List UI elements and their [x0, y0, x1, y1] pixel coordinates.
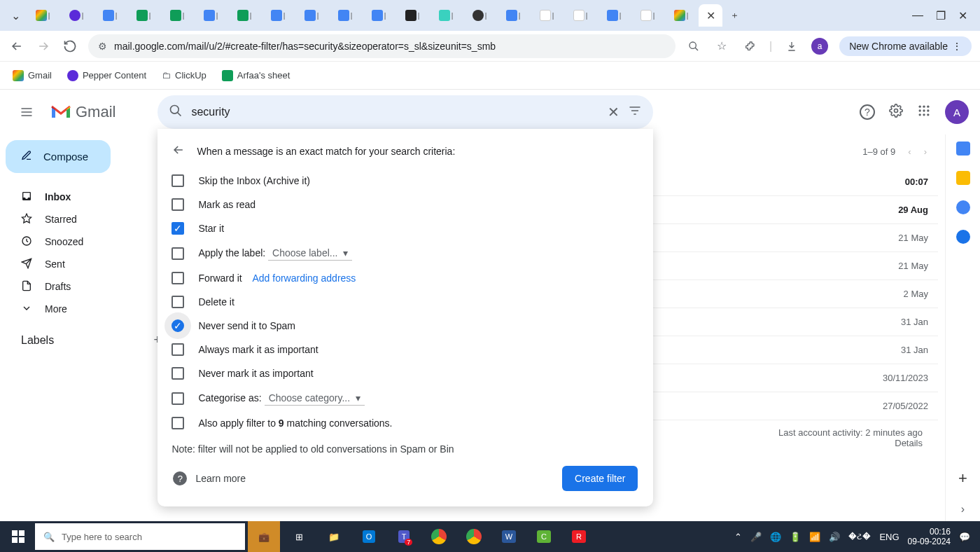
tab[interactable]: |	[363, 4, 395, 27]
add-panel-icon[interactable]: +	[958, 469, 967, 488]
tb-app-chrome[interactable]	[423, 521, 455, 552]
search-icon[interactable]	[169, 104, 183, 120]
tray-globe-icon[interactable]: 🌐	[770, 532, 781, 542]
bookmark-item[interactable]: Pepper Content	[67, 70, 146, 81]
pager-prev-icon[interactable]: ‹	[908, 146, 911, 157]
tab[interactable]: |	[564, 4, 596, 27]
reload-button[interactable]	[62, 38, 78, 55]
clear-search-icon[interactable]: ✕	[608, 104, 620, 120]
contacts-icon[interactable]	[956, 230, 970, 244]
tab[interactable]: |	[598, 4, 630, 27]
filter-checkbox[interactable]	[172, 296, 184, 308]
tab[interactable]: |	[27, 4, 59, 27]
back-button[interactable]	[8, 38, 25, 55]
tray-sync-icon[interactable]: �ટ�	[848, 531, 871, 542]
back-arrow-icon[interactable]	[172, 143, 186, 159]
calendar-icon[interactable]	[956, 142, 970, 156]
tab[interactable]: |	[531, 4, 563, 27]
site-info-icon[interactable]: ⚙	[98, 41, 107, 52]
tab[interactable]: |	[60, 4, 92, 27]
tb-app-teams[interactable]: T7	[388, 521, 420, 552]
tab[interactable]: |	[295, 4, 328, 27]
pager-next-icon[interactable]: ›	[924, 146, 927, 157]
tab[interactable]: |	[430, 4, 462, 27]
search-box[interactable]: ✕	[158, 95, 653, 129]
learn-more-link[interactable]: ? Learn more	[173, 471, 246, 485]
filter-checkbox[interactable]	[172, 174, 184, 187]
forward-button[interactable]	[35, 38, 52, 55]
sidebar-item-more[interactable]: More	[6, 298, 174, 320]
tab[interactable]: |	[262, 4, 294, 27]
tray-notifications-icon[interactable]: 💬	[959, 532, 970, 542]
tab[interactable]: |	[665, 4, 697, 27]
collapse-panel-icon[interactable]: ›	[961, 503, 965, 516]
filter-checkbox[interactable]	[172, 272, 184, 284]
filter-checkbox[interactable]: ✓	[172, 319, 184, 332]
filter-dropdown[interactable]: Choose category... ▾	[265, 391, 365, 406]
tab[interactable]: |	[228, 4, 260, 27]
close-window-icon[interactable]: ✕	[958, 9, 967, 22]
tray-wifi-icon[interactable]: 📶	[809, 532, 820, 542]
filter-checkbox[interactable]	[172, 247, 184, 260]
bookmark-item[interactable]: Gmail	[13, 70, 52, 81]
new-tab-button[interactable]: ＋	[724, 4, 745, 27]
sidebar-item-inbox[interactable]: Inbox5	[6, 186, 174, 208]
zoom-icon[interactable]	[685, 38, 702, 55]
filter-checkbox[interactable]	[172, 198, 184, 211]
add-forwarding-link[interactable]: Add forwarding address	[252, 272, 356, 284]
keep-icon[interactable]	[956, 171, 970, 185]
tab[interactable]: |	[463, 4, 496, 27]
minimize-icon[interactable]: —	[912, 9, 923, 22]
search-options-icon[interactable]	[628, 104, 642, 120]
tb-app-outlook[interactable]: O	[353, 521, 385, 552]
tb-app-files[interactable]: 📁	[318, 521, 350, 552]
tab[interactable]: |	[497, 4, 529, 27]
filter-checkbox-also-apply[interactable]	[172, 417, 184, 429]
filter-checkbox[interactable]	[172, 343, 184, 356]
compose-button[interactable]: Compose	[6, 140, 111, 173]
account-avatar[interactable]: A	[945, 100, 969, 124]
tb-app-chrome2[interactable]	[458, 521, 490, 552]
tab[interactable]: |	[396, 4, 428, 27]
bookmark-item[interactable]: Arfaa's sheet	[222, 70, 290, 81]
filter-dropdown[interactable]: Choose label... ▾	[268, 246, 352, 261]
apps-grid-icon[interactable]	[917, 104, 931, 120]
support-icon[interactable]: ?	[860, 104, 875, 120]
tray-clock[interactable]: 00:16 09-09-2024	[908, 527, 951, 547]
tray-battery-icon[interactable]: 🔋	[790, 532, 801, 542]
settings-icon[interactable]	[889, 104, 903, 120]
tray-volume-icon[interactable]: 🔊	[829, 532, 840, 542]
maximize-icon[interactable]: ❐	[936, 9, 946, 22]
tab[interactable]: |	[127, 4, 160, 27]
sidebar-item-snoozed[interactable]: Snoozed	[6, 230, 174, 253]
tab[interactable]: |	[195, 4, 227, 27]
tab[interactable]: |	[161, 4, 193, 27]
filter-checkbox[interactable]	[172, 392, 184, 405]
filter-checkbox[interactable]: ✓	[172, 222, 184, 235]
url-field[interactable]: ⚙ mail.google.com/mail/u/2/#create-filte…	[88, 34, 676, 58]
tasks-icon[interactable]	[956, 200, 970, 214]
tab[interactable]: |	[631, 4, 664, 27]
tab[interactable]: |	[94, 4, 126, 27]
tab-active[interactable]: ✕	[699, 4, 722, 27]
tray-language[interactable]: ENG	[879, 532, 899, 542]
sidebar-item-starred[interactable]: Starred	[6, 208, 174, 230]
tb-app-camtasia[interactable]: C	[528, 521, 560, 552]
profile-avatar-icon[interactable]: a	[811, 38, 828, 55]
tray-mic-icon[interactable]: 🎤	[750, 532, 762, 542]
close-icon[interactable]: ✕	[706, 9, 715, 22]
tab-search-dropdown[interactable]: ⌄	[6, 9, 25, 22]
tab[interactable]: |	[329, 4, 361, 27]
tb-app-taskview[interactable]: ⊞	[283, 521, 315, 552]
chrome-update-button[interactable]: New Chrome available ⋮	[839, 36, 972, 56]
tb-app-word[interactable]: W	[493, 521, 525, 552]
create-filter-button[interactable]: Create filter	[562, 466, 638, 491]
bookmark-item[interactable]: 🗀ClickUp	[162, 70, 206, 81]
gmail-logo[interactable]: Gmail	[50, 103, 115, 121]
extensions-icon[interactable]	[741, 38, 758, 55]
sidebar-item-sent[interactable]: Sent	[6, 253, 174, 275]
tb-app-explorer[interactable]: 💼	[248, 521, 280, 552]
start-button[interactable]	[3, 521, 34, 552]
sidebar-item-drafts[interactable]: Drafts	[6, 275, 174, 298]
tb-app-screenrec[interactable]: R	[563, 521, 595, 552]
